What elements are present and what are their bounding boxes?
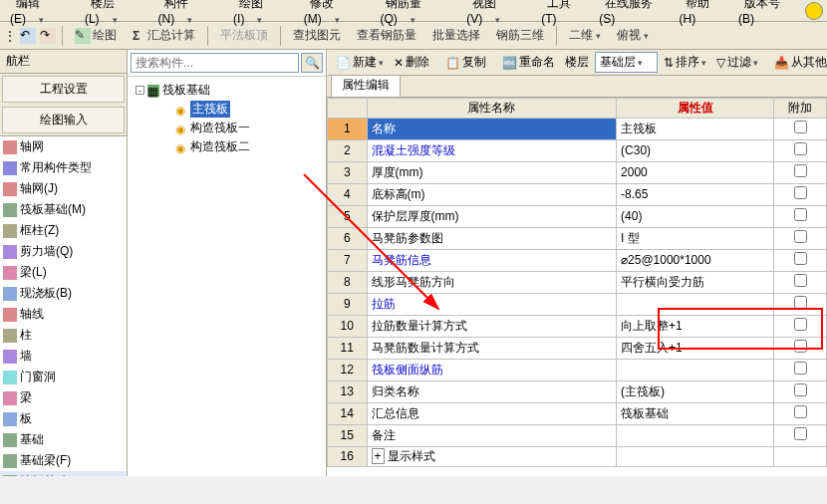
tree-node-c1[interactable]: ◉构造筏板一	[132, 119, 322, 137]
prop-value[interactable]	[617, 447, 774, 467]
prop-check[interactable]	[774, 119, 827, 140]
side-item-9[interactable]: 柱	[0, 325, 127, 346]
prop-check[interactable]	[774, 316, 827, 338]
summary-button[interactable]: Σ 汇总计算	[127, 25, 201, 46]
search-input[interactable]	[131, 53, 299, 73]
side-item-0[interactable]: 轴网	[0, 136, 127, 157]
side-item-14[interactable]: 基础	[0, 429, 127, 450]
menu-layer[interactable]: 楼层(L)▾	[79, 0, 152, 28]
prop-name[interactable]: 汇总信息	[367, 403, 617, 425]
prop-row-9[interactable]: 9拉筋	[328, 294, 827, 316]
prop-check[interactable]	[774, 162, 827, 184]
tab-property-edit[interactable]: 属性编辑	[331, 73, 401, 97]
prop-value[interactable]: ⌀25@1000*1000	[617, 250, 774, 272]
prop-check[interactable]	[774, 447, 827, 467]
prop-name[interactable]: 马凳筋数量计算方式	[367, 338, 617, 360]
side-item-7[interactable]: 现浇板(B)	[0, 283, 127, 304]
find-button[interactable]: 查找图元	[287, 25, 347, 46]
prop-value[interactable]: 平行横向受力筋	[617, 272, 774, 294]
menu-online[interactable]: 在线服务(S)	[593, 0, 673, 28]
prop-value[interactable]: (C30)	[617, 140, 774, 162]
prop-check[interactable]	[774, 425, 827, 447]
tree-node-main[interactable]: ◉主筏板	[132, 100, 322, 119]
prop-value[interactable]: 四舍五入+1	[617, 338, 774, 360]
side-item-2[interactable]: 轴网(J)	[0, 178, 127, 199]
prop-row-7[interactable]: 7马凳筋信息⌀25@1000*1000	[328, 250, 827, 272]
side-item-8[interactable]: 轴线	[0, 304, 127, 325]
prop-check[interactable]	[774, 250, 827, 272]
prop-name[interactable]: 马凳筋参数图	[367, 228, 617, 250]
prop-name[interactable]: 混凝土强度等级	[367, 140, 617, 162]
prop-value[interactable]: (40)	[617, 206, 774, 228]
menu-member[interactable]: 构件(N)▾	[152, 0, 227, 28]
menu-view[interactable]: 视图(V)▾	[460, 0, 535, 28]
birdview-button[interactable]: 俯视▾	[611, 25, 655, 46]
prop-row-5[interactable]: 5保护层厚度(mm)(40)	[328, 206, 827, 228]
side-item-10[interactable]: 墙	[0, 346, 127, 367]
tree-node-c2[interactable]: ◉构造筏板二	[132, 137, 322, 156]
prop-name[interactable]: 归类名称	[367, 381, 617, 403]
redo-icon[interactable]: ↷	[40, 28, 56, 44]
menu-help[interactable]: 帮助(H)	[674, 0, 732, 28]
prop-value[interactable]	[617, 360, 774, 381]
prop-check[interactable]	[774, 338, 827, 360]
menu-draw[interactable]: 绘图(I)▾	[227, 0, 298, 28]
batch-button[interactable]: 批量选择	[426, 25, 486, 46]
menu-modify[interactable]: 修改(M)▾	[298, 0, 375, 28]
prop-value[interactable]	[617, 294, 774, 316]
prop-row-3[interactable]: 3厚度(mm)2000	[328, 162, 827, 184]
prop-check[interactable]	[774, 272, 827, 294]
prop-row-14[interactable]: 14汇总信息筏板基础	[328, 403, 827, 425]
prop-row-6[interactable]: 6马凳筋参数图I 型	[328, 228, 827, 250]
prop-value[interactable]: 主筏板	[617, 119, 774, 140]
prop-row-16[interactable]: 16+显示样式	[328, 447, 827, 467]
side-item-6[interactable]: 梁(L)	[0, 262, 127, 283]
prop-name[interactable]: 线形马凳筋方向	[367, 272, 617, 294]
prop-row-12[interactable]: 12筏板侧面纵筋	[328, 360, 827, 381]
rebar3d-button[interactable]: 钢筋三维	[490, 25, 550, 46]
prop-name[interactable]: 厚度(mm)	[367, 162, 617, 184]
copyfrom-button[interactable]: 📥从其他楼层复制构件	[770, 52, 827, 73]
menu-rebar[interactable]: 钢筋量(Q)▾	[374, 0, 460, 28]
prop-name[interactable]: 名称	[367, 119, 617, 140]
prop-row-15[interactable]: 15备注	[328, 425, 827, 447]
prop-check[interactable]	[774, 228, 827, 250]
sort-button[interactable]: ⇅排序▾	[660, 52, 710, 73]
new-button[interactable]: 📄新建▾	[332, 52, 388, 73]
viewrebar-button[interactable]: 查看钢筋量	[351, 25, 422, 46]
prop-name[interactable]: 拉筋数量计算方式	[367, 316, 617, 338]
side-item-12[interactable]: 梁	[0, 387, 127, 408]
menu-version[interactable]: 版本号(B)	[732, 0, 802, 28]
prop-check[interactable]	[774, 360, 827, 381]
draw-button[interactable]: ✎绘图	[69, 25, 123, 46]
menu-tool[interactable]: 工具(T)	[535, 0, 593, 28]
side-item-15[interactable]: 基础梁(F)	[0, 450, 127, 471]
delete-button[interactable]: ✕删除	[390, 52, 433, 73]
menu-edit[interactable]: 编辑(E)▾	[4, 0, 79, 28]
flat-button[interactable]: 平法板顶	[214, 25, 274, 46]
prop-value[interactable]	[617, 425, 774, 447]
undo-icon[interactable]: ↶	[20, 28, 36, 44]
prop-check[interactable]	[774, 294, 827, 316]
tree-root[interactable]: -▦筏板基础	[132, 81, 322, 100]
side-item-1[interactable]: 常用构件类型	[0, 157, 127, 178]
side-item-4[interactable]: 框柱(Z)	[0, 220, 127, 241]
side-item-5[interactable]: 剪力墙(Q)	[0, 241, 127, 262]
prop-name[interactable]: 保护层厚度(mm)	[367, 206, 617, 228]
prop-row-10[interactable]: 10拉筋数量计算方式向上取整+1	[328, 316, 827, 338]
prop-name[interactable]: 筏板侧面纵筋	[367, 360, 617, 381]
prop-row-13[interactable]: 13归类名称(主筏板)	[328, 381, 827, 403]
prop-value[interactable]: 2000	[617, 162, 774, 184]
prop-check[interactable]	[774, 403, 827, 425]
rename-button[interactable]: 🔤重命名	[498, 52, 559, 73]
search-go-button[interactable]: 🔍	[301, 53, 323, 73]
prop-name[interactable]: +显示样式	[367, 447, 617, 467]
prop-row-1[interactable]: 1名称主筏板	[328, 119, 827, 140]
side-item-11[interactable]: 门窗洞	[0, 367, 127, 387]
prop-value[interactable]: 向上取整+1	[617, 316, 774, 338]
prop-value[interactable]: (主筏板)	[617, 381, 774, 403]
prop-check[interactable]	[774, 140, 827, 162]
floor-select[interactable]: 基础层▾	[595, 52, 658, 73]
prop-check[interactable]	[774, 184, 827, 206]
prop-value[interactable]: 筏板基础	[617, 403, 774, 425]
